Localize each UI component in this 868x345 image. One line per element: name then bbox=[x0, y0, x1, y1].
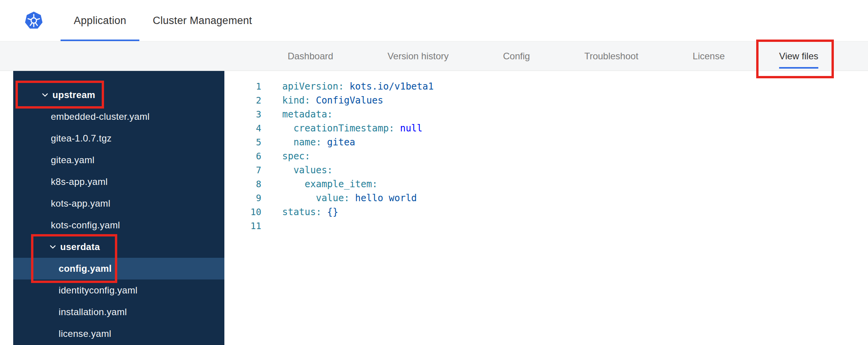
subnav-item-label: Config bbox=[503, 51, 530, 62]
code-line: 8 example_item: bbox=[224, 177, 868, 191]
code-token: kind: bbox=[282, 95, 310, 106]
chevron-down-icon bbox=[41, 91, 49, 99]
line-number: 5 bbox=[224, 135, 261, 149]
code-token: creationTimestamp: bbox=[282, 123, 394, 134]
line-number: 2 bbox=[224, 93, 261, 107]
tree-folder-userdata[interactable]: userdata bbox=[13, 236, 224, 258]
tree-file-kots-config-yaml[interactable]: kots-config.yaml bbox=[13, 214, 224, 236]
line-content: status: {} bbox=[261, 205, 339, 219]
subnav-item-version-history[interactable]: Version history bbox=[387, 41, 448, 71]
top-tab-label: Application bbox=[74, 15, 126, 27]
code-line: 5 name: gitea bbox=[224, 135, 868, 149]
top-nav: Application Cluster Management bbox=[61, 0, 265, 41]
top-tab-cluster-management[interactable]: Cluster Management bbox=[139, 0, 265, 41]
code-line: 2 kind: ConfigValues bbox=[224, 93, 868, 107]
line-content: spec: bbox=[261, 149, 310, 163]
top-tab-label: Cluster Management bbox=[153, 15, 252, 27]
line-number: 11 bbox=[224, 219, 261, 233]
code-line: 11 bbox=[224, 219, 868, 233]
code-token: name: bbox=[282, 137, 321, 148]
subnav-item-label: License bbox=[693, 51, 725, 62]
subnav-item-label: Dashboard bbox=[288, 51, 333, 62]
code-line: 4 creationTimestamp: null bbox=[224, 121, 868, 135]
code-token: spec: bbox=[282, 151, 310, 162]
code-token: status: bbox=[282, 207, 321, 217]
tree-file-k8s-app-yaml[interactable]: k8s-app.yaml bbox=[13, 171, 224, 193]
code-line: 7 values: bbox=[224, 163, 868, 177]
tree-file-kots-app-yaml[interactable]: kots-app.yaml bbox=[13, 193, 224, 214]
tree-file-license-yaml[interactable]: license.yaml bbox=[13, 323, 224, 345]
tree-folder-upstream[interactable]: upstream bbox=[13, 84, 224, 106]
tree-folder-label: userdata bbox=[60, 242, 100, 252]
file-tree-sidebar: upstream embedded-cluster.yaml gitea-1.0… bbox=[13, 71, 224, 345]
tree-file-label: k8s-app.yaml bbox=[51, 176, 108, 187]
subnav-item-view-files[interactable]: View files bbox=[779, 41, 818, 71]
code-token: ConfigValues bbox=[310, 95, 383, 106]
line-content: values: bbox=[261, 163, 333, 177]
line-number: 6 bbox=[224, 149, 261, 163]
line-number: 7 bbox=[224, 163, 261, 177]
line-content: metadata: bbox=[261, 107, 333, 121]
line-number: 3 bbox=[224, 107, 261, 121]
tree-file-label: config.yaml bbox=[59, 263, 112, 274]
line-number: 1 bbox=[224, 79, 261, 93]
code-line: 10 status: {} bbox=[224, 205, 868, 219]
code-line: 1 apiVersion: kots.io/v1beta1 bbox=[224, 79, 868, 93]
main-area: upstream embedded-cluster.yaml gitea-1.0… bbox=[0, 71, 868, 345]
code-token: {} bbox=[321, 207, 338, 217]
code-token: metadata: bbox=[282, 109, 333, 120]
tree-file-label: gitea.yaml bbox=[51, 155, 94, 166]
tree-file-gitea-1-0-7-tgz[interactable]: gitea-1.0.7.tgz bbox=[13, 128, 224, 149]
subnav-item-label: View files bbox=[779, 51, 818, 62]
code-line: 6 spec: bbox=[224, 149, 868, 163]
subnav-item-license[interactable]: License bbox=[693, 41, 725, 71]
tree-file-label: installation.yaml bbox=[59, 307, 127, 317]
code-line: 3 metadata: bbox=[224, 107, 868, 121]
tree-file-label: embedded-cluster.yaml bbox=[51, 111, 149, 122]
tree-file-label: kots-config.yaml bbox=[51, 220, 120, 231]
line-content: name: gitea bbox=[261, 135, 355, 149]
subnav-item-dashboard[interactable]: Dashboard bbox=[288, 41, 333, 71]
line-number: 9 bbox=[224, 191, 261, 205]
line-content: creationTimestamp: null bbox=[261, 121, 422, 135]
subnav-item-label: Troubleshoot bbox=[584, 51, 638, 62]
code-token: value: bbox=[282, 193, 349, 204]
subnav-item-config[interactable]: Config bbox=[503, 41, 530, 71]
code-line: 9 value: hello world bbox=[224, 191, 868, 205]
tree-file-label: gitea-1.0.7.tgz bbox=[51, 133, 112, 144]
code-token: null bbox=[394, 123, 422, 134]
line-number: 10 bbox=[224, 205, 261, 219]
line-content: kind: ConfigValues bbox=[261, 93, 383, 107]
tree-file-identityconfig-yaml[interactable]: identityconfig.yaml bbox=[13, 279, 224, 301]
code-token: gitea bbox=[321, 137, 355, 148]
tree-file-installation-yaml[interactable]: installation.yaml bbox=[13, 301, 224, 323]
subnav-item-troubleshoot[interactable]: Troubleshoot bbox=[584, 41, 638, 71]
code-token: apiVersion: bbox=[282, 81, 344, 92]
tree-folder-label: upstream bbox=[52, 90, 95, 100]
yaml-code-editor[interactable]: 1 apiVersion: kots.io/v1beta1 2 kind: Co… bbox=[224, 71, 868, 345]
app-subnav: Dashboard Version history Config Trouble… bbox=[0, 41, 868, 71]
kubernetes-helm-icon bbox=[25, 12, 43, 29]
kots-admin-console: Application Cluster Management Dashboard… bbox=[0, 0, 868, 345]
top-tab-application[interactable]: Application bbox=[61, 0, 139, 41]
code-token: kots.io/v1beta1 bbox=[344, 81, 434, 92]
line-content: value: hello world bbox=[261, 191, 417, 205]
subnav-item-label: Version history bbox=[387, 51, 448, 62]
tree-file-embedded-cluster-yaml[interactable]: embedded-cluster.yaml bbox=[13, 106, 224, 128]
chevron-down-icon bbox=[49, 243, 57, 251]
tree-file-label: kots-app.yaml bbox=[51, 198, 110, 209]
line-content: apiVersion: kots.io/v1beta1 bbox=[261, 79, 434, 93]
code-token: example_item: bbox=[282, 179, 378, 190]
tree-file-config-yaml[interactable]: config.yaml bbox=[13, 258, 224, 279]
line-content bbox=[261, 219, 282, 233]
kubernetes-logo bbox=[25, 12, 43, 29]
code-token: hello world bbox=[349, 193, 417, 204]
tree-file-gitea-yaml[interactable]: gitea.yaml bbox=[13, 149, 224, 171]
code-token: values: bbox=[282, 165, 333, 176]
app-header: Application Cluster Management bbox=[0, 0, 868, 41]
tree-file-label: identityconfig.yaml bbox=[59, 285, 137, 296]
line-content: example_item: bbox=[261, 177, 378, 191]
tree-file-label: license.yaml bbox=[59, 328, 111, 339]
line-number: 4 bbox=[224, 121, 261, 135]
line-number: 8 bbox=[224, 177, 261, 191]
